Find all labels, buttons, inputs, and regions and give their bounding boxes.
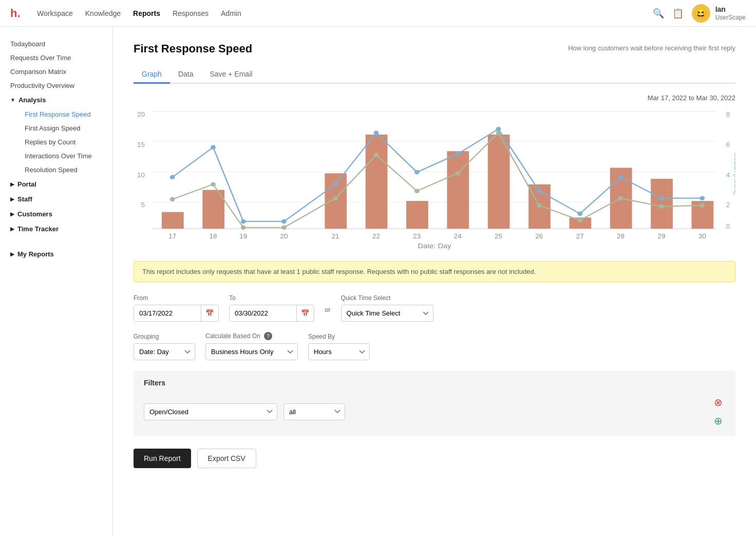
sidebar-item-productivity-overview[interactable]: Productivity Overview xyxy=(0,79,112,92)
svg-text:4: 4 xyxy=(726,172,730,178)
tab-save-email[interactable]: Save + Email xyxy=(202,66,261,84)
sidebar-item-first-response-speed[interactable]: First Response Speed xyxy=(14,107,112,121)
svg-text:20: 20 xyxy=(280,233,288,240)
sidebar-section-my-reports[interactable]: ▶ My Reports xyxy=(0,247,112,262)
svg-rect-16 xyxy=(325,173,347,229)
nav-knowledge[interactable]: Knowledge xyxy=(85,7,121,20)
run-report-button[interactable]: Run Report xyxy=(134,449,191,468)
filter-value-select[interactable]: all open closed xyxy=(284,403,345,420)
svg-point-38 xyxy=(659,196,664,200)
svg-rect-14 xyxy=(162,212,184,229)
svg-point-29 xyxy=(281,219,287,224)
svg-text:18: 18 xyxy=(210,233,217,240)
from-calendar-button[interactable]: 📅 xyxy=(201,305,218,321)
sidebar-section-customers[interactable]: ▶ Customers xyxy=(0,207,112,221)
sidebar-item-requests-over-time[interactable]: Requests Over Time xyxy=(0,51,112,65)
svg-text:Median (Hours): Median (Hours) xyxy=(732,152,735,194)
help-icon[interactable]: ? xyxy=(264,332,272,340)
svg-point-49 xyxy=(537,203,542,208)
svg-text:28: 28 xyxy=(617,233,625,240)
svg-text:0: 0 xyxy=(726,224,730,230)
svg-point-34 xyxy=(496,127,501,132)
svg-point-53 xyxy=(700,203,705,208)
svg-point-28 xyxy=(241,219,246,224)
user-org: UserScape xyxy=(715,14,746,22)
svg-text:23: 23 xyxy=(413,233,421,240)
sidebar-item-resolution-speed[interactable]: Resolution Speed xyxy=(14,163,112,177)
tab-graph[interactable]: Graph xyxy=(134,66,170,84)
svg-point-36 xyxy=(577,212,582,216)
top-nav: h. Workspace Knowledge Reports Responses… xyxy=(0,0,756,27)
svg-point-42 xyxy=(241,225,246,230)
arrow-right-icon-5: ▶ xyxy=(10,251,14,257)
quick-time-group: Quick Time Select Quick Time Select Last… xyxy=(341,294,433,322)
calculate-label: Calculate Based On ? xyxy=(205,332,298,340)
svg-text:6: 6 xyxy=(726,141,730,148)
quick-time-label: Quick Time Select xyxy=(341,294,433,302)
arrow-right-icon-3: ▶ xyxy=(10,211,14,217)
sidebar-item-replies-by-count[interactable]: Replies by Count xyxy=(14,135,112,149)
chart-container: 20 15 10 5 8 6 4 2 0 xyxy=(134,107,735,251)
filter-row: Open/Closed Open Closed all open closed … xyxy=(144,395,725,428)
quick-time-select[interactable]: Quick Time Select Last 7 Days Last 14 Da… xyxy=(341,305,433,322)
nav-workspace[interactable]: Workspace xyxy=(37,7,73,20)
to-group: To 📅 xyxy=(229,294,314,322)
from-label: From xyxy=(134,294,219,302)
sidebar-item-interactions-over-time[interactable]: Interactions Over Time xyxy=(14,149,112,163)
user-info: Ian UserScape xyxy=(715,5,746,22)
sidebar-section-analysis[interactable]: ▼ Analysis xyxy=(0,92,112,107)
arrow-down-icon: ▼ xyxy=(10,97,15,103)
nav-admin[interactable]: Admin xyxy=(221,7,241,20)
to-date-input[interactable] xyxy=(230,305,296,321)
warning-text: This report includes only requests that … xyxy=(142,268,536,275)
search-button[interactable]: 🔍 xyxy=(653,8,664,19)
sidebar-section-staff[interactable]: ▶ Staff xyxy=(0,192,112,207)
svg-point-48 xyxy=(496,131,501,135)
svg-rect-24 xyxy=(651,179,673,229)
calculate-select[interactable]: Business Hours Only All Hours Calendar H… xyxy=(205,343,298,360)
arrow-right-icon-4: ▶ xyxy=(10,226,14,232)
export-csv-button[interactable]: Export CSV xyxy=(197,449,256,468)
svg-point-31 xyxy=(374,131,379,135)
svg-text:8: 8 xyxy=(726,112,730,118)
options-form-row: Grouping Date: Day Date: Week Date: Mont… xyxy=(134,332,735,360)
remove-filter-button[interactable]: ⊗ xyxy=(711,395,725,410)
add-filter-button[interactable]: ⊕ xyxy=(711,414,725,428)
nav-reports[interactable]: Reports xyxy=(133,7,160,20)
filter-type-select[interactable]: Open/Closed Open Closed xyxy=(144,403,277,420)
to-calendar-button[interactable]: 📅 xyxy=(296,305,314,321)
nav-responses[interactable]: Responses xyxy=(173,7,209,20)
svg-point-35 xyxy=(537,189,542,193)
sidebar-item-first-assign-speed[interactable]: First Assign Speed xyxy=(14,121,112,135)
from-date-input[interactable] xyxy=(134,305,201,321)
to-label: To xyxy=(229,294,314,302)
svg-text:27: 27 xyxy=(576,233,584,240)
svg-rect-20 xyxy=(488,135,510,229)
app-logo[interactable]: h. xyxy=(10,5,27,22)
sidebar-section-portal[interactable]: ▶ Portal xyxy=(0,177,112,192)
tab-data[interactable]: Data xyxy=(170,66,202,84)
user-area: 😆 Ian UserScape xyxy=(692,4,746,23)
sidebar-item-comparison-matrix[interactable]: Comparison Matrix xyxy=(0,65,112,79)
main-content: First Response Speed How long customers … xyxy=(113,27,756,537)
speed-by-select[interactable]: Hours Minutes Days xyxy=(308,343,370,360)
page-header: First Response Speed How long customers … xyxy=(134,42,735,55)
svg-text:20: 20 xyxy=(137,112,145,118)
tabs: Graph Data Save + Email xyxy=(134,66,735,84)
sidebar-section-time-tracker[interactable]: ▶ Time Tracker xyxy=(0,221,112,236)
svg-text:21: 21 xyxy=(332,233,339,240)
svg-point-44 xyxy=(333,196,338,200)
grouping-select[interactable]: Date: Day Date: Week Date: Month xyxy=(134,343,195,360)
clipboard-button[interactable]: 📋 xyxy=(672,8,684,19)
avatar: 😆 xyxy=(692,4,710,23)
speed-by-label: Speed By xyxy=(308,333,370,340)
sidebar-item-todayboard[interactable]: Todayboard xyxy=(0,37,112,51)
nav-icons: 🔍 📋 xyxy=(653,8,684,19)
svg-text:15: 15 xyxy=(137,141,145,148)
page-title: First Response Speed xyxy=(134,42,252,55)
svg-point-43 xyxy=(281,225,287,230)
sidebar-sub-analysis: First Response Speed First Assign Speed … xyxy=(0,107,112,177)
footer-actions: Run Report Export CSV xyxy=(134,449,735,468)
svg-point-41 xyxy=(211,182,216,187)
arrow-right-icon: ▶ xyxy=(10,181,14,187)
